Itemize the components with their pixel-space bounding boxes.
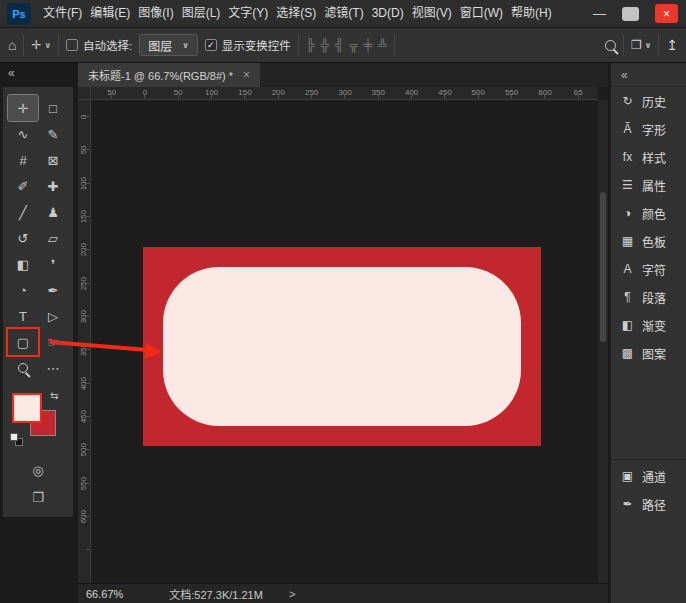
panel-tab[interactable]: ✒ 路径 xyxy=(611,490,686,518)
close-tab-icon[interactable]: × xyxy=(243,68,250,82)
horizontal-type-tool[interactable]: T xyxy=(8,303,38,329)
rectangular-marquee-tool[interactable]: □ xyxy=(38,95,68,121)
auto-select-option: 自动选择: xyxy=(66,37,132,53)
tool-icon: ☞ xyxy=(47,335,59,350)
status-chevron-icon[interactable]: > xyxy=(289,588,295,600)
document-tab-title: 未标题-1 @ 66.7%(RGB/8#) * xyxy=(88,67,233,83)
ruler-label: 200 xyxy=(78,233,91,266)
menu-item[interactable]: 图层(L) xyxy=(178,0,225,27)
menu-item[interactable]: 选择(S) xyxy=(272,0,320,27)
expand-panels-icon[interactable]: « xyxy=(621,68,628,82)
show-transform-checkbox[interactable]: ✓ xyxy=(205,39,217,51)
canvas[interactable] xyxy=(91,100,598,583)
menu-item[interactable]: 图像(I) xyxy=(134,0,177,27)
panel-tab[interactable]: ¶ 段落 xyxy=(611,283,686,311)
zoom-level-field[interactable]: 66.67% xyxy=(86,588,123,600)
menu-item[interactable]: 编辑(E) xyxy=(86,0,134,27)
panel-tab[interactable]: ↻ 历史 xyxy=(611,87,686,115)
tool-icon: ✛ xyxy=(18,101,29,116)
ruler-label: 350 xyxy=(78,333,91,366)
default-colors-icon[interactable] xyxy=(10,433,25,448)
zoom-tool[interactable] xyxy=(8,355,38,381)
quick-selection-tool[interactable]: ✎ xyxy=(38,121,68,147)
share-icon[interactable]: ↥ xyxy=(666,37,678,53)
lasso-tool[interactable]: ∿ xyxy=(8,121,38,147)
document-tab[interactable]: 未标题-1 @ 66.7%(RGB/8#) * × xyxy=(78,63,260,87)
ruler-label: 500 xyxy=(78,433,91,466)
current-tool-button[interactable]: ✛ ∨ xyxy=(31,38,51,52)
panel-toggle-button[interactable]: ❐ ∨ xyxy=(631,38,651,52)
panel-label: 通道 xyxy=(642,468,666,485)
align-left-icon[interactable]: ╠ xyxy=(306,38,315,52)
auto-select-target-dropdown[interactable]: 图层 ∨ xyxy=(139,34,198,56)
vertical-scrollbar[interactable] xyxy=(598,100,608,583)
frame-tool[interactable]: ⊠ xyxy=(38,147,68,173)
panel-tab[interactable]: ▣ 通道 xyxy=(611,462,686,490)
menu-item[interactable]: 3D(D) xyxy=(368,0,408,27)
menu-item[interactable]: 视图(V) xyxy=(408,0,456,27)
restore-button[interactable] xyxy=(622,7,639,21)
show-transform-label: 显示变换控件 xyxy=(222,37,291,53)
panel-tab[interactable]: Ã 字形 xyxy=(611,115,686,143)
scrollbar-thumb[interactable] xyxy=(600,192,606,342)
tool-icon: ▱ xyxy=(48,231,58,246)
spot-healing-brush-tool[interactable]: ✚ xyxy=(38,173,68,199)
align-center-icon[interactable]: ╬ xyxy=(320,38,329,52)
panel-tab[interactable]: ▩ 图案 xyxy=(611,339,686,367)
zoom-icon[interactable] xyxy=(605,40,616,51)
panel-tab[interactable]: ☰ 属性 xyxy=(611,171,686,199)
photoshop-window: Ps 文件(F) 编辑(E) 图像(I) 图层(L) 文字(Y) 选择(S) 滤… xyxy=(0,0,686,603)
panel-dock-header: « xyxy=(611,63,686,87)
menu-item[interactable]: 文字(Y) xyxy=(224,0,272,27)
close-button[interactable]: × xyxy=(655,4,678,23)
panel-tab[interactable]: ▦ 色板 xyxy=(611,227,686,255)
divider xyxy=(394,34,395,56)
panel-icon: fx xyxy=(620,150,635,164)
divider xyxy=(623,34,624,56)
panel-tab[interactable]: ◑ 颜色 xyxy=(611,199,686,227)
hand-tool[interactable]: ☞ xyxy=(38,329,68,355)
history-brush-tool[interactable]: ↺ xyxy=(8,225,38,251)
panel-tab[interactable]: A 字符 xyxy=(611,255,686,283)
quick-mask-button[interactable]: ◎ xyxy=(32,463,43,478)
crop-tool[interactable]: # xyxy=(8,147,38,173)
menu-item[interactable]: 滤镜(T) xyxy=(320,0,367,27)
auto-select-checkbox[interactable] xyxy=(66,39,78,51)
rounded-rectangle-tool[interactable]: ▢ xyxy=(8,329,38,355)
ruler-label: 400 xyxy=(395,87,428,99)
eyedropper-tool[interactable]: ✐ xyxy=(8,173,38,199)
ruler-label: 300 xyxy=(328,87,361,99)
panel-icon: ◧ xyxy=(620,318,635,332)
screen-mode-button[interactable]: ❐ xyxy=(32,490,44,505)
distribute-top-icon[interactable]: ╦ xyxy=(349,38,358,52)
eraser-tool[interactable]: ▱ xyxy=(38,225,68,251)
brush-tool[interactable]: ╱ xyxy=(8,199,38,225)
gradient-tool[interactable]: ◧ xyxy=(8,251,38,277)
home-icon[interactable]: ⌂ xyxy=(8,37,16,53)
toolbar-collapse-icon[interactable]: « xyxy=(8,66,15,80)
status-bar: 66.67% 文档:527.3K/1.21M > xyxy=(78,583,608,603)
panel-tab[interactable]: fx 样式 xyxy=(611,143,686,171)
swap-colors-icon[interactable]: ⇆ xyxy=(50,390,58,401)
menu-item[interactable]: 文件(F) xyxy=(39,0,86,27)
ruler-label: 65 xyxy=(562,87,595,99)
blur-tool[interactable]: ❜ xyxy=(38,251,68,277)
tool-icon: ◔ xyxy=(19,283,27,298)
minimize-button[interactable]: — xyxy=(593,0,606,27)
clone-stamp-tool[interactable]: ♟ xyxy=(38,199,68,225)
document-red-background xyxy=(143,247,541,446)
path-selection-tool[interactable]: ▷ xyxy=(38,303,68,329)
menu-item[interactable]: 窗口(W) xyxy=(456,0,507,27)
pen-tool[interactable]: ✒ xyxy=(38,277,68,303)
move-tool[interactable]: ✛ xyxy=(8,95,38,121)
distribute-middle-icon[interactable]: ╪ xyxy=(364,38,373,52)
panel-label: 颜色 xyxy=(642,205,666,222)
ruler-label: 150 xyxy=(228,87,261,99)
align-right-icon[interactable]: ╣ xyxy=(335,38,344,52)
dodge-tool[interactable]: ◔ xyxy=(8,277,38,303)
menu-item[interactable]: 帮助(H) xyxy=(507,0,556,27)
foreground-color-swatch[interactable] xyxy=(14,395,40,421)
panel-tab[interactable]: ◧ 渐变 xyxy=(611,311,686,339)
distribute-bottom-icon[interactable]: ╩ xyxy=(378,38,387,52)
edit-toolbar-button[interactable]: ⋯ xyxy=(38,355,68,381)
